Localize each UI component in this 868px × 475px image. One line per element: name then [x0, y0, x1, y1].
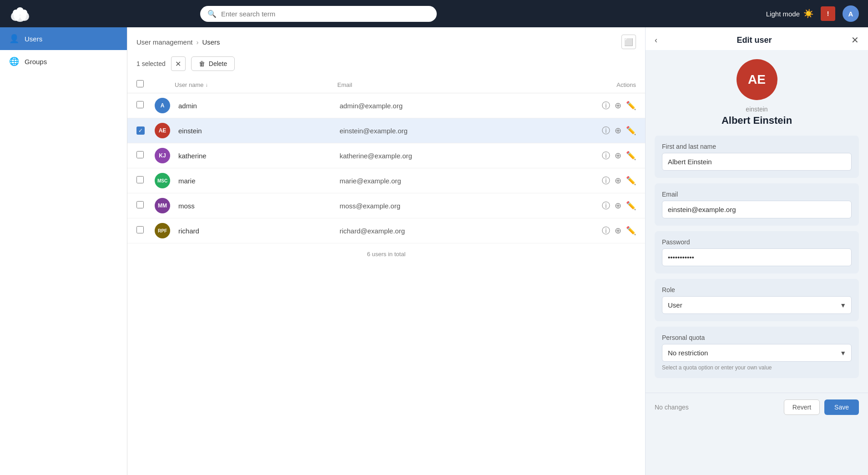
role-select[interactable]: User Admin Subadmin: [662, 296, 852, 314]
username-cell: einstein: [175, 127, 339, 135]
clear-selection-button[interactable]: ✕: [171, 56, 186, 71]
groups-action-icon[interactable]: ⊕: [615, 101, 621, 111]
row-checkbox[interactable]: [136, 201, 144, 208]
search-bar[interactable]: 🔍: [200, 6, 437, 22]
edit-icon[interactable]: ✏️: [626, 176, 636, 186]
edit-panel-body: AE einstein Albert Einstein First and la…: [646, 50, 868, 393]
edit-panel-header: ‹ Edit user ✕: [646, 27, 868, 50]
edit-icon[interactable]: ✏️: [626, 201, 636, 211]
revert-button[interactable]: Revert: [784, 399, 820, 415]
search-icon: 🔍: [207, 10, 217, 18]
close-button[interactable]: ✕: [851, 35, 859, 45]
info-icon[interactable]: ⓘ: [602, 150, 610, 161]
edit-form: First and last name Email Password Role: [655, 136, 859, 384]
edit-panel-footer: No changes Revert Save: [646, 393, 868, 421]
content-area: User management › Users ⬜ 1 selected ✕ 🗑…: [127, 27, 645, 475]
edit-icon[interactable]: ✏️: [626, 101, 636, 111]
username-cell: katherine: [175, 152, 339, 160]
email-field-label: Email: [662, 191, 852, 198]
no-changes-label: No changes: [655, 404, 689, 411]
table-row: A admin admin@example.org ⓘ ⊕ ✏️: [127, 93, 645, 118]
avatar: KJ: [155, 148, 170, 163]
info-icon[interactable]: ⓘ: [602, 175, 610, 186]
svg-point-5: [21, 10, 27, 16]
quota-select[interactable]: No restriction 1 GB 5 GB 10 GB 50 GB Unl…: [662, 344, 852, 362]
table-row: KJ katherine katherine@example.org ⓘ ⊕ ✏…: [127, 143, 645, 168]
table-row: ✓ AE einstein einstein@example.org ⓘ ⊕ ✏…: [127, 118, 645, 143]
clear-icon: ✕: [175, 60, 181, 68]
email-cell: moss@example.org: [339, 202, 581, 210]
row-checkbox[interactable]: [136, 226, 144, 233]
sun-icon: ☀️: [803, 9, 813, 19]
password-field-label: Password: [662, 238, 852, 246]
light-mode-toggle[interactable]: Light mode ☀️: [766, 9, 813, 19]
delete-button[interactable]: 🗑 Delete: [191, 56, 235, 71]
edit-icon[interactable]: ✏️: [626, 226, 636, 236]
topnav-right: Light mode ☀️ ! A: [766, 5, 859, 22]
actions-column-header: Actions: [581, 81, 636, 88]
groups-action-icon[interactable]: ⊕: [615, 126, 621, 136]
password-field-input[interactable]: [662, 248, 852, 266]
row-checkbox[interactable]: [136, 101, 144, 108]
info-icon[interactable]: ⓘ: [602, 225, 610, 236]
groups-action-icon[interactable]: ⊕: [615, 151, 621, 161]
avatar: AE: [155, 123, 170, 138]
row-checkbox-checked[interactable]: ✓: [136, 126, 145, 135]
users-icon: 👤: [9, 34, 19, 44]
actions-cell: ⓘ ⊕ ✏️: [581, 200, 636, 211]
edit-user-avatar: AE: [737, 59, 777, 100]
light-mode-label: Light mode: [766, 10, 800, 18]
top-navigation: 🔍 Light mode ☀️ ! A: [0, 0, 868, 27]
table-row: MSC marie marie@example.org ⓘ ⊕ ✏️: [127, 168, 645, 193]
edit-user-panel: ‹ Edit user ✕ AE einstein Albert Einstei…: [645, 27, 868, 475]
row-checkbox[interactable]: [136, 151, 144, 158]
edit-icon[interactable]: ✏️: [626, 126, 636, 136]
info-icon[interactable]: ⓘ: [602, 125, 610, 136]
groups-action-icon[interactable]: ⊕: [615, 226, 621, 236]
user-avatar-button[interactable]: A: [843, 5, 859, 22]
info-icon[interactable]: ⓘ: [602, 100, 610, 111]
selected-count-label: 1 selected: [136, 60, 166, 67]
total-count-label: 6 users in total: [127, 243, 645, 265]
actions-cell: ⓘ ⊕ ✏️: [581, 150, 636, 161]
notification-button[interactable]: !: [821, 6, 835, 21]
edit-panel-title: Edit user: [737, 35, 772, 45]
sidebar-item-users-label: Users: [25, 35, 42, 43]
email-field-input[interactable]: [662, 201, 852, 218]
breadcrumb-parent[interactable]: User management: [136, 38, 192, 46]
groups-action-icon[interactable]: ⊕: [615, 201, 621, 211]
table-row: MM moss moss@example.org ⓘ ⊕ ✏️: [127, 193, 645, 218]
avatar: MSC: [155, 173, 170, 188]
email-cell: katherine@example.org: [339, 152, 581, 160]
actions-cell: ⓘ ⊕ ✏️: [581, 175, 636, 186]
search-input[interactable]: [221, 10, 429, 18]
sidebar-item-users[interactable]: 👤 Users: [0, 27, 127, 50]
back-button[interactable]: ‹: [655, 35, 657, 45]
sidebar-item-groups[interactable]: 🌐 Groups: [0, 50, 127, 73]
select-all-checkbox[interactable]: [136, 80, 144, 87]
logo[interactable]: [9, 3, 31, 25]
edit-icon[interactable]: ✏️: [626, 151, 636, 161]
breadcrumb-bar: User management › Users ⬜: [127, 27, 645, 53]
actions-cell: ⓘ ⊕ ✏️: [581, 100, 636, 111]
table-row: RPF richard richard@example.org ⓘ ⊕ ✏️: [127, 218, 645, 243]
layout-toggle-icon: ⬜: [624, 38, 633, 46]
row-checkbox[interactable]: [136, 176, 144, 183]
quota-field-section: Personal quota No restriction 1 GB 5 GB …: [655, 327, 859, 378]
quota-field-label: Personal quota: [662, 334, 852, 341]
avatar: MM: [155, 198, 170, 213]
selection-toolbar: 1 selected ✕ 🗑 Delete: [127, 53, 645, 76]
info-icon[interactable]: ⓘ: [602, 200, 610, 211]
username-cell: admin: [175, 102, 339, 110]
breadcrumb: User management › Users: [136, 38, 220, 46]
save-button[interactable]: Save: [824, 399, 859, 415]
username-column-header[interactable]: User name ↓: [175, 81, 338, 88]
name-field-input[interactable]: [662, 153, 852, 171]
username-cell: moss: [175, 202, 339, 210]
username-cell: richard: [175, 227, 339, 235]
groups-action-icon[interactable]: ⊕: [615, 176, 621, 186]
email-field-section: Email: [655, 183, 859, 226]
layout-toggle-button[interactable]: ⬜: [621, 35, 636, 49]
delete-label: Delete: [209, 60, 227, 67]
email-column-header: Email: [338, 81, 581, 88]
